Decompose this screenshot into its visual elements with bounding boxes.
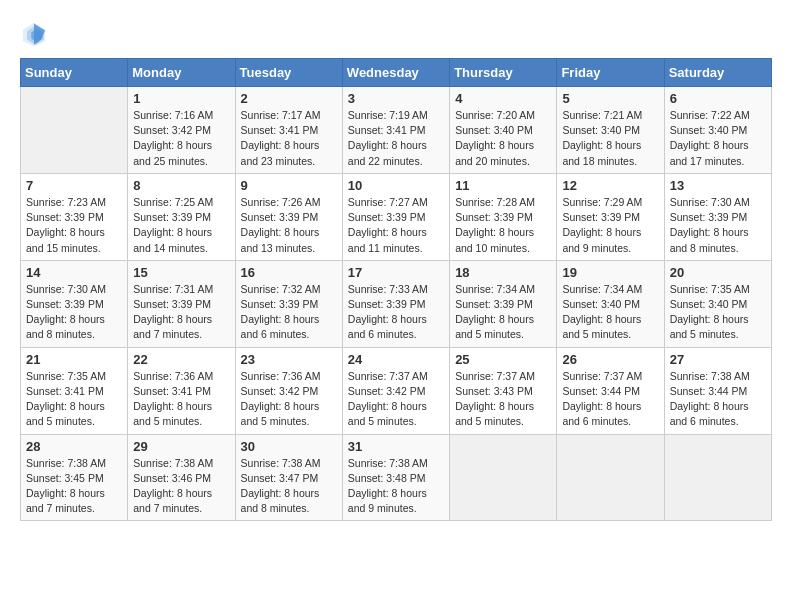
- calendar-cell: 18Sunrise: 7:34 AMSunset: 3:39 PMDayligh…: [450, 260, 557, 347]
- day-info: Sunrise: 7:38 AMSunset: 3:48 PMDaylight:…: [348, 456, 444, 517]
- calendar-cell: 17Sunrise: 7:33 AMSunset: 3:39 PMDayligh…: [342, 260, 449, 347]
- day-number: 7: [26, 178, 122, 193]
- day-info: Sunrise: 7:29 AMSunset: 3:39 PMDaylight:…: [562, 195, 658, 256]
- calendar-cell: 21Sunrise: 7:35 AMSunset: 3:41 PMDayligh…: [21, 347, 128, 434]
- calendar-cell: 15Sunrise: 7:31 AMSunset: 3:39 PMDayligh…: [128, 260, 235, 347]
- calendar-cell: 7Sunrise: 7:23 AMSunset: 3:39 PMDaylight…: [21, 173, 128, 260]
- calendar-cell: 20Sunrise: 7:35 AMSunset: 3:40 PMDayligh…: [664, 260, 771, 347]
- calendar-cell: 28Sunrise: 7:38 AMSunset: 3:45 PMDayligh…: [21, 434, 128, 521]
- day-info: Sunrise: 7:20 AMSunset: 3:40 PMDaylight:…: [455, 108, 551, 169]
- weekday-header-saturday: Saturday: [664, 59, 771, 87]
- calendar-cell: [21, 87, 128, 174]
- day-number: 3: [348, 91, 444, 106]
- day-number: 14: [26, 265, 122, 280]
- day-info: Sunrise: 7:37 AMSunset: 3:43 PMDaylight:…: [455, 369, 551, 430]
- calendar-cell: 12Sunrise: 7:29 AMSunset: 3:39 PMDayligh…: [557, 173, 664, 260]
- day-number: 28: [26, 439, 122, 454]
- day-number: 1: [133, 91, 229, 106]
- day-info: Sunrise: 7:36 AMSunset: 3:42 PMDaylight:…: [241, 369, 337, 430]
- day-number: 25: [455, 352, 551, 367]
- day-info: Sunrise: 7:34 AMSunset: 3:39 PMDaylight:…: [455, 282, 551, 343]
- calendar-cell: 27Sunrise: 7:38 AMSunset: 3:44 PMDayligh…: [664, 347, 771, 434]
- calendar-cell: 6Sunrise: 7:22 AMSunset: 3:40 PMDaylight…: [664, 87, 771, 174]
- calendar-week-row: 7Sunrise: 7:23 AMSunset: 3:39 PMDaylight…: [21, 173, 772, 260]
- calendar-week-row: 1Sunrise: 7:16 AMSunset: 3:42 PMDaylight…: [21, 87, 772, 174]
- calendar-header-row: SundayMondayTuesdayWednesdayThursdayFrid…: [21, 59, 772, 87]
- calendar-body: 1Sunrise: 7:16 AMSunset: 3:42 PMDaylight…: [21, 87, 772, 521]
- weekday-header-tuesday: Tuesday: [235, 59, 342, 87]
- calendar-cell: 30Sunrise: 7:38 AMSunset: 3:47 PMDayligh…: [235, 434, 342, 521]
- calendar-table: SundayMondayTuesdayWednesdayThursdayFrid…: [20, 58, 772, 521]
- day-number: 2: [241, 91, 337, 106]
- calendar-cell: 4Sunrise: 7:20 AMSunset: 3:40 PMDaylight…: [450, 87, 557, 174]
- calendar-cell: 8Sunrise: 7:25 AMSunset: 3:39 PMDaylight…: [128, 173, 235, 260]
- logo-icon: [20, 20, 48, 48]
- calendar-week-row: 28Sunrise: 7:38 AMSunset: 3:45 PMDayligh…: [21, 434, 772, 521]
- calendar-cell: [450, 434, 557, 521]
- calendar-week-row: 14Sunrise: 7:30 AMSunset: 3:39 PMDayligh…: [21, 260, 772, 347]
- day-info: Sunrise: 7:35 AMSunset: 3:40 PMDaylight:…: [670, 282, 766, 343]
- day-number: 20: [670, 265, 766, 280]
- calendar-cell: 22Sunrise: 7:36 AMSunset: 3:41 PMDayligh…: [128, 347, 235, 434]
- day-info: Sunrise: 7:37 AMSunset: 3:42 PMDaylight:…: [348, 369, 444, 430]
- day-info: Sunrise: 7:26 AMSunset: 3:39 PMDaylight:…: [241, 195, 337, 256]
- day-info: Sunrise: 7:25 AMSunset: 3:39 PMDaylight:…: [133, 195, 229, 256]
- calendar-cell: 19Sunrise: 7:34 AMSunset: 3:40 PMDayligh…: [557, 260, 664, 347]
- day-info: Sunrise: 7:38 AMSunset: 3:46 PMDaylight:…: [133, 456, 229, 517]
- weekday-header-monday: Monday: [128, 59, 235, 87]
- day-number: 11: [455, 178, 551, 193]
- day-number: 17: [348, 265, 444, 280]
- day-info: Sunrise: 7:38 AMSunset: 3:44 PMDaylight:…: [670, 369, 766, 430]
- day-info: Sunrise: 7:30 AMSunset: 3:39 PMDaylight:…: [26, 282, 122, 343]
- logo: [20, 20, 52, 48]
- day-number: 13: [670, 178, 766, 193]
- day-number: 10: [348, 178, 444, 193]
- day-info: Sunrise: 7:33 AMSunset: 3:39 PMDaylight:…: [348, 282, 444, 343]
- day-number: 5: [562, 91, 658, 106]
- day-number: 31: [348, 439, 444, 454]
- day-info: Sunrise: 7:23 AMSunset: 3:39 PMDaylight:…: [26, 195, 122, 256]
- day-number: 6: [670, 91, 766, 106]
- day-info: Sunrise: 7:19 AMSunset: 3:41 PMDaylight:…: [348, 108, 444, 169]
- day-number: 15: [133, 265, 229, 280]
- day-info: Sunrise: 7:17 AMSunset: 3:41 PMDaylight:…: [241, 108, 337, 169]
- calendar-cell: 9Sunrise: 7:26 AMSunset: 3:39 PMDaylight…: [235, 173, 342, 260]
- day-number: 12: [562, 178, 658, 193]
- day-info: Sunrise: 7:38 AMSunset: 3:45 PMDaylight:…: [26, 456, 122, 517]
- calendar-cell: [557, 434, 664, 521]
- calendar-cell: 13Sunrise: 7:30 AMSunset: 3:39 PMDayligh…: [664, 173, 771, 260]
- calendar-cell: 23Sunrise: 7:36 AMSunset: 3:42 PMDayligh…: [235, 347, 342, 434]
- day-info: Sunrise: 7:27 AMSunset: 3:39 PMDaylight:…: [348, 195, 444, 256]
- day-info: Sunrise: 7:16 AMSunset: 3:42 PMDaylight:…: [133, 108, 229, 169]
- calendar-cell: 31Sunrise: 7:38 AMSunset: 3:48 PMDayligh…: [342, 434, 449, 521]
- day-info: Sunrise: 7:35 AMSunset: 3:41 PMDaylight:…: [26, 369, 122, 430]
- day-number: 22: [133, 352, 229, 367]
- calendar-cell: 2Sunrise: 7:17 AMSunset: 3:41 PMDaylight…: [235, 87, 342, 174]
- day-info: Sunrise: 7:28 AMSunset: 3:39 PMDaylight:…: [455, 195, 551, 256]
- day-info: Sunrise: 7:21 AMSunset: 3:40 PMDaylight:…: [562, 108, 658, 169]
- day-number: 26: [562, 352, 658, 367]
- calendar-cell: 10Sunrise: 7:27 AMSunset: 3:39 PMDayligh…: [342, 173, 449, 260]
- calendar-cell: [664, 434, 771, 521]
- page-header: [20, 20, 772, 48]
- day-number: 9: [241, 178, 337, 193]
- calendar-cell: 29Sunrise: 7:38 AMSunset: 3:46 PMDayligh…: [128, 434, 235, 521]
- day-number: 16: [241, 265, 337, 280]
- day-number: 23: [241, 352, 337, 367]
- day-info: Sunrise: 7:22 AMSunset: 3:40 PMDaylight:…: [670, 108, 766, 169]
- day-number: 8: [133, 178, 229, 193]
- day-number: 29: [133, 439, 229, 454]
- day-info: Sunrise: 7:31 AMSunset: 3:39 PMDaylight:…: [133, 282, 229, 343]
- day-info: Sunrise: 7:36 AMSunset: 3:41 PMDaylight:…: [133, 369, 229, 430]
- weekday-header-thursday: Thursday: [450, 59, 557, 87]
- calendar-cell: 26Sunrise: 7:37 AMSunset: 3:44 PMDayligh…: [557, 347, 664, 434]
- calendar-cell: 16Sunrise: 7:32 AMSunset: 3:39 PMDayligh…: [235, 260, 342, 347]
- day-number: 27: [670, 352, 766, 367]
- day-info: Sunrise: 7:38 AMSunset: 3:47 PMDaylight:…: [241, 456, 337, 517]
- weekday-header-friday: Friday: [557, 59, 664, 87]
- calendar-week-row: 21Sunrise: 7:35 AMSunset: 3:41 PMDayligh…: [21, 347, 772, 434]
- calendar-cell: 14Sunrise: 7:30 AMSunset: 3:39 PMDayligh…: [21, 260, 128, 347]
- day-info: Sunrise: 7:37 AMSunset: 3:44 PMDaylight:…: [562, 369, 658, 430]
- weekday-header-wednesday: Wednesday: [342, 59, 449, 87]
- day-number: 18: [455, 265, 551, 280]
